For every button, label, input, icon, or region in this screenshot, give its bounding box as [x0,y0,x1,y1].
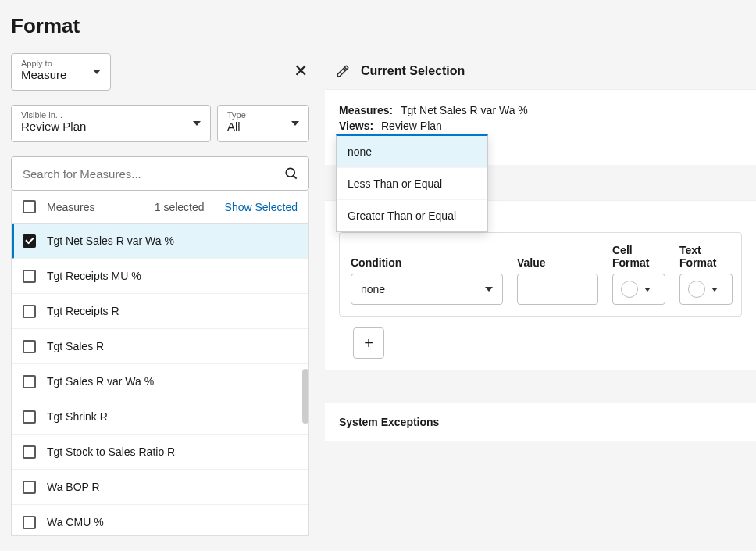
checkbox[interactable] [23,340,36,353]
dropdown-item[interactable]: Less Than or Equal [337,168,487,200]
type-value: All [227,120,299,133]
selected-count: 1 selected [155,201,205,213]
list-item[interactable]: Tgt Sales R [12,329,308,364]
list-item-label: Wa BOP R [47,481,100,493]
list-item[interactable]: Tgt Net Sales R var Wa % [12,224,308,259]
search-input[interactable] [21,166,284,181]
chevron-down-icon [193,121,201,126]
cell-format-select[interactable] [612,274,665,305]
list-item[interactable]: Tgt Stock to Sales Ratio R [12,435,308,470]
checkbox[interactable] [23,410,36,424]
list-item[interactable]: Tgt Receipts R [12,294,308,329]
dropdown-item[interactable]: none [337,136,487,168]
checkbox[interactable] [23,270,36,283]
value-input[interactable] [517,274,598,305]
dropdown-item[interactable]: Greater Than or Equal [337,200,487,231]
chevron-down-icon [291,121,299,126]
list-item-label: Tgt Stock to Sales Ratio R [47,445,175,458]
visible-in-value: Review Plan [21,120,201,133]
page-title: Format [0,0,756,45]
value-label: Value [517,256,598,269]
visible-in-label: Visible in... [21,110,201,120]
show-selected-link[interactable]: Show Selected [225,201,298,213]
apply-to-value: Measure [21,68,101,81]
measures-label: Measures: [339,104,393,116]
cell-format-label: Cell Format [612,244,665,269]
edit-icon[interactable] [336,64,350,78]
list-item-label: Tgt Receipts R [47,305,119,317]
list-item-label: Wa CMU % [47,516,104,528]
add-exception-button[interactable]: + [353,327,384,359]
exception-row: Condition none Value Cell Format Text Fo… [339,232,742,317]
list-item[interactable]: Tgt Sales R var Wa % [12,364,308,399]
checkbox[interactable] [23,234,36,248]
checkbox[interactable] [23,516,36,529]
text-format-label: Text Format [679,244,733,269]
current-selection-heading: Current Selection [361,64,465,78]
apply-to-select[interactable]: Apply to Measure [11,53,111,91]
chevron-down-icon [93,70,101,74]
checkbox[interactable] [23,375,36,388]
measures-list: Tgt Net Sales R var Wa %Tgt Receipts MU … [11,224,309,536]
text-format-swatch [688,281,705,298]
checkbox[interactable] [23,481,36,494]
list-item[interactable]: Wa BOP R [12,470,308,505]
chevron-down-icon [711,288,718,292]
list-item-label: Tgt Net Sales R var Wa % [47,234,174,247]
search-icon[interactable] [284,166,299,181]
select-all-checkbox[interactable] [23,200,36,213]
search-input-wrap[interactable] [11,156,309,191]
scrollbar-thumb[interactable] [302,369,308,424]
cell-format-swatch [621,281,638,298]
condition-label: Condition [351,256,503,269]
list-item-label: Tgt Sales R var Wa % [47,375,154,388]
condition-value: none [361,283,385,295]
list-item[interactable]: Tgt Shrink R [12,399,308,435]
chevron-down-icon [644,288,651,292]
views-label: Views: [339,120,373,132]
list-header: Measures 1 selected Show Selected [11,191,309,224]
condition-dropdown: noneLess Than or EqualGreater Than or Eq… [336,134,488,232]
list-item-label: Tgt Receipts MU % [47,270,141,282]
list-item[interactable]: Tgt Receipts MU % [12,259,308,294]
list-item-label: Tgt Sales R [47,340,104,352]
condition-select[interactable]: none [351,274,503,305]
visible-in-select[interactable]: Visible in... Review Plan [11,105,211,142]
checkbox[interactable] [23,445,36,459]
system-exceptions-heading: System Exceptions [325,403,756,441]
list-header-title: Measures [47,201,94,213]
type-select[interactable]: Type All [217,105,309,142]
text-format-select[interactable] [679,274,733,305]
list-item[interactable]: Wa CMU % [12,505,308,536]
svg-line-1 [294,176,297,179]
close-icon[interactable]: ✕ [294,61,308,81]
type-label: Type [227,110,299,120]
list-item-label: Tgt Shrink R [47,410,108,423]
views-value: Review Plan [381,120,442,132]
svg-point-0 [286,168,294,177]
checkbox[interactable] [23,305,36,318]
chevron-down-icon [485,287,493,292]
measures-value: Tgt Net Sales R var Wa % [401,104,528,116]
apply-to-label: Apply to [21,59,101,68]
